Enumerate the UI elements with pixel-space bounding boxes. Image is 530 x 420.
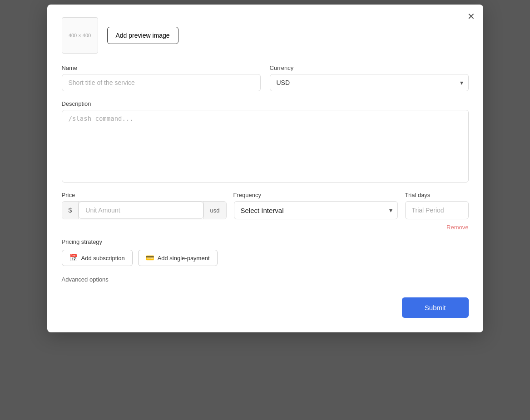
pricing-strategy-label: Pricing strategy [62, 238, 469, 245]
description-label: Description [62, 100, 469, 107]
name-field-group: Name [62, 64, 261, 91]
add-single-payment-label: Add single-payment [158, 255, 210, 262]
price-label: Price [62, 192, 226, 198]
trial-period-input[interactable] [405, 201, 469, 219]
name-input[interactable] [62, 74, 261, 91]
remove-link[interactable]: Remove [446, 224, 468, 231]
price-prefix: $ [62, 202, 79, 219]
calendar-icon: 📅 [69, 254, 78, 262]
name-label: Name [62, 64, 261, 71]
pricing-strategy-section: Pricing strategy 📅 Add subscription 💳 Ad… [62, 238, 469, 266]
unit-amount-input[interactable] [79, 202, 203, 219]
modal-dialog: ✕ 400 × 400 Add preview image Name Curre… [47, 5, 483, 332]
price-labels-row: Price Frequency Trial days [62, 192, 469, 198]
add-subscription-label: Add subscription [81, 255, 125, 262]
currency-field-group: Currency USD EUR GBP CAD [270, 64, 469, 91]
remove-row: Remove [62, 223, 469, 231]
currency-label: Currency [270, 64, 469, 71]
currency-select-wrap: USD EUR GBP CAD [270, 74, 469, 91]
price-row: $ usd Select Interval Daily Weekly Month… [62, 201, 469, 219]
description-textarea[interactable] [62, 110, 469, 183]
frequency-label: Frequency [233, 192, 398, 198]
header-row: 400 × 400 Add preview image [62, 17, 469, 54]
currency-select[interactable]: USD EUR GBP CAD [270, 74, 469, 91]
add-single-payment-button[interactable]: 💳 Add single-payment [138, 250, 218, 266]
frequency-select-wrap: Select Interval Daily Weekly Monthly Yea… [234, 201, 398, 219]
card-icon: 💳 [146, 254, 154, 262]
submit-button[interactable]: Submit [402, 297, 469, 318]
trial-label: Trial days [405, 192, 469, 198]
price-input-group: $ usd [62, 201, 227, 219]
advanced-options-toggle[interactable]: Advanced options [62, 276, 469, 283]
image-placeholder: 400 × 400 [62, 17, 98, 54]
name-currency-row: Name Currency USD EUR GBP CAD [62, 64, 469, 91]
description-field-group: Description [62, 100, 469, 183]
submit-row: Submit [62, 297, 469, 318]
frequency-select[interactable]: Select Interval Daily Weekly Monthly Yea… [234, 201, 398, 219]
add-subscription-button[interactable]: 📅 Add subscription [62, 250, 133, 266]
close-button[interactable]: ✕ [467, 12, 475, 21]
add-preview-image-button[interactable]: Add preview image [107, 27, 178, 44]
price-suffix: usd [203, 202, 226, 219]
advanced-options-label: Advanced options [62, 276, 109, 283]
image-size-label: 400 × 400 [69, 33, 91, 38]
strategy-buttons-group: 📅 Add subscription 💳 Add single-payment [62, 250, 469, 266]
